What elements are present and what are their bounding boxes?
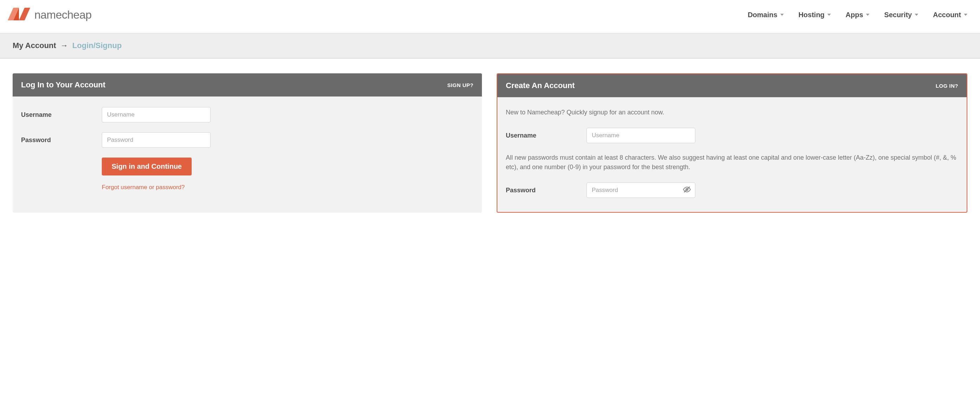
- login-username-input[interactable]: [102, 107, 211, 122]
- login-panel-body: Username Password Sign in and Continue F…: [13, 97, 482, 205]
- logo-icon: [6, 6, 32, 23]
- caret-down-icon: [780, 14, 784, 16]
- login-password-input[interactable]: [102, 132, 211, 148]
- signup-panel: Create An Account LOG IN? New to Nameche…: [497, 73, 967, 213]
- signup-username-input[interactable]: [587, 128, 695, 143]
- login-panel-header: Log In to Your Account SIGN UP?: [13, 73, 482, 97]
- nav-label: Apps: [846, 11, 863, 19]
- nav-apps[interactable]: Apps: [846, 11, 869, 19]
- login-panel: Log In to Your Account SIGN UP? Username…: [13, 73, 482, 213]
- signup-password-input[interactable]: [587, 183, 695, 198]
- breadcrumb-root[interactable]: My Account: [13, 41, 56, 50]
- caret-down-icon: [915, 14, 918, 16]
- nav-security[interactable]: Security: [884, 11, 918, 19]
- breadcrumb-arrow-icon: →: [60, 41, 68, 50]
- main-nav: Domains Hosting Apps Security Account: [748, 11, 967, 19]
- signup-panel-header: Create An Account LOG IN?: [497, 74, 967, 97]
- nav-label: Security: [884, 11, 912, 19]
- login-username-label: Username: [21, 111, 102, 119]
- login-switch-link[interactable]: LOG IN?: [936, 83, 958, 89]
- toggle-password-visibility-icon[interactable]: [683, 186, 691, 194]
- password-hint-text: All new passwords must contain at least …: [506, 153, 958, 172]
- signup-intro-text: New to Namecheap? Quickly signup for an …: [506, 108, 958, 117]
- logo-text: namecheap: [34, 8, 92, 21]
- caret-down-icon: [827, 14, 831, 16]
- login-submit-row: Sign in and Continue: [21, 157, 474, 175]
- forgot-row: Forgot username or password?: [21, 184, 474, 191]
- logo[interactable]: namecheap: [6, 6, 92, 23]
- caret-down-icon: [964, 14, 967, 16]
- signup-panel-title: Create An Account: [506, 81, 574, 90]
- signup-password-row: Password: [506, 183, 958, 198]
- forgot-password-link[interactable]: Forgot username or password?: [102, 184, 185, 190]
- nav-hosting[interactable]: Hosting: [799, 11, 831, 19]
- signup-password-label: Password: [506, 187, 587, 194]
- site-header: namecheap Domains Hosting Apps Security …: [0, 0, 980, 33]
- signup-switch-link[interactable]: SIGN UP?: [447, 82, 474, 88]
- breadcrumb-bar: My Account → Login/Signup: [0, 33, 980, 59]
- nav-label: Hosting: [799, 11, 824, 19]
- signin-button[interactable]: Sign in and Continue: [102, 157, 192, 175]
- signup-username-label: Username: [506, 132, 587, 139]
- nav-label: Domains: [748, 11, 777, 19]
- nav-domains[interactable]: Domains: [748, 11, 783, 19]
- caret-down-icon: [866, 14, 869, 16]
- login-panel-title: Log In to Your Account: [21, 80, 105, 89]
- login-username-row: Username: [21, 107, 474, 122]
- signup-username-row: Username: [506, 128, 958, 143]
- nav-account[interactable]: Account: [933, 11, 967, 19]
- signup-panel-body: New to Namecheap? Quickly signup for an …: [497, 97, 967, 212]
- login-password-row: Password: [21, 132, 474, 148]
- breadcrumb-current: Login/Signup: [72, 41, 122, 50]
- nav-label: Account: [933, 11, 961, 19]
- breadcrumb: My Account → Login/Signup: [13, 41, 967, 50]
- content-area: Log In to Your Account SIGN UP? Username…: [0, 59, 980, 227]
- login-password-label: Password: [21, 136, 102, 144]
- signup-password-wrap: [587, 183, 695, 198]
